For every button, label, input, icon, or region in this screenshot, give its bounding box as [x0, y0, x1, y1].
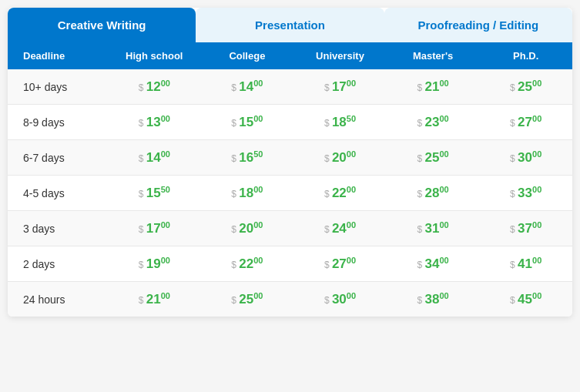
- price-main: 17: [146, 221, 161, 236]
- dollar-sign: $: [231, 260, 239, 270]
- price-cell: $ 1700: [108, 211, 201, 246]
- price-cell: $ 3000: [479, 140, 572, 175]
- price-cell: $ 1550: [108, 176, 201, 210]
- price-main: 22: [239, 256, 253, 271]
- price-cents: 00: [532, 291, 541, 300]
- price-cents: 00: [532, 185, 541, 194]
- price-cents: 00: [161, 220, 170, 230]
- price-cell: $ 2100: [387, 69, 480, 104]
- price-cents: 00: [439, 256, 448, 265]
- price-cents: 00: [532, 256, 541, 265]
- price-cents: 00: [161, 114, 170, 123]
- dollar-sign: $: [417, 153, 425, 164]
- dollar-sign: $: [231, 82, 239, 93]
- price-cell: $ 1850: [293, 105, 387, 139]
- price-main: 20: [239, 221, 253, 236]
- dollar-sign: $: [324, 118, 332, 129]
- price-cell: $ 2100: [108, 282, 201, 317]
- deadline-cell: 3 days: [8, 213, 108, 244]
- dollar-sign: $: [510, 224, 518, 235]
- price-cell: $ 2500: [479, 69, 572, 104]
- price-main: 34: [425, 256, 440, 271]
- col-highschool: High school: [108, 42, 201, 69]
- price-main: 30: [332, 292, 347, 307]
- dollar-sign: $: [139, 153, 146, 164]
- dollar-sign: $: [417, 260, 425, 270]
- dollar-sign: $: [510, 260, 518, 270]
- price-cents: 00: [532, 79, 541, 88]
- price-main: 17: [332, 79, 347, 94]
- dollar-sign: $: [510, 189, 518, 199]
- price-cents: 00: [253, 114, 263, 123]
- tab-proofreading[interactable]: Proofreading / Editing: [384, 8, 572, 42]
- dollar-sign: $: [139, 189, 146, 199]
- price-main: 15: [239, 115, 253, 129]
- dollar-sign: $: [417, 224, 425, 235]
- price-main: 22: [332, 186, 347, 200]
- price-cell: $ 3000: [293, 282, 387, 317]
- dollar-sign: $: [231, 118, 239, 129]
- price-cents: 00: [347, 185, 356, 194]
- price-cell: $ 1900: [108, 246, 201, 281]
- price-cell: $ 1400: [108, 140, 201, 175]
- price-cell: $ 1500: [201, 105, 294, 139]
- price-cell: $ 2200: [293, 176, 387, 210]
- price-cents: 00: [253, 291, 263, 300]
- dollar-sign: $: [324, 295, 332, 306]
- deadline-cell: 24 hours: [8, 284, 108, 315]
- price-cents: 50: [347, 114, 356, 123]
- tab-creative-writing[interactable]: Creative Writing: [8, 8, 196, 42]
- table-row[interactable]: 4-5 days$ 1550$ 1800$ 2200$ 2800$ 3300: [8, 176, 572, 211]
- table-row[interactable]: 2 days$ 1900$ 2200$ 2700$ 3400$ 4100: [8, 246, 572, 282]
- price-cents: 00: [253, 220, 263, 230]
- price-cell: $ 2400: [293, 211, 387, 246]
- dollar-sign: $: [510, 82, 518, 93]
- col-deadline: Deadline: [8, 42, 108, 69]
- table-row[interactable]: 24 hours$ 2100$ 2500$ 3000$ 3800$ 4500: [8, 282, 572, 317]
- price-cents: 00: [439, 185, 448, 194]
- price-cell: $ 3100: [387, 211, 480, 246]
- price-main: 18: [239, 186, 253, 200]
- price-cell: $ 3800: [387, 282, 480, 317]
- price-main: 21: [425, 79, 440, 94]
- dollar-sign: $: [231, 224, 239, 235]
- price-main: 14: [146, 150, 161, 165]
- price-main: 18: [332, 115, 347, 129]
- price-main: 20: [332, 150, 347, 165]
- table-row[interactable]: 6-7 days$ 1400$ 1650$ 2000$ 2500$ 3000: [8, 140, 572, 176]
- price-cents: 00: [347, 256, 356, 265]
- price-cell: $ 3700: [479, 211, 572, 246]
- price-cents: 00: [161, 149, 170, 159]
- price-cents: 00: [439, 114, 448, 123]
- dollar-sign: $: [231, 295, 239, 306]
- price-cents: 00: [439, 79, 448, 88]
- price-cents: 00: [532, 220, 541, 230]
- price-cell: $ 2700: [479, 105, 572, 139]
- col-university: University: [293, 42, 387, 69]
- price-cell: $ 2200: [201, 246, 294, 281]
- dollar-sign: $: [510, 118, 518, 129]
- price-main: 15: [146, 186, 161, 200]
- price-main: 24: [332, 221, 347, 236]
- tabs-container: Creative Writing Presentation Proofreadi…: [8, 8, 572, 42]
- table-row[interactable]: 3 days$ 1700$ 2000$ 2400$ 3100$ 3700: [8, 211, 572, 246]
- price-main: 25: [239, 292, 253, 307]
- dollar-sign: $: [231, 153, 239, 164]
- price-cents: 50: [161, 185, 170, 194]
- price-main: 45: [518, 292, 532, 307]
- price-cell: $ 1400: [201, 69, 294, 104]
- price-cents: 00: [347, 149, 356, 159]
- table-row[interactable]: 10+ days$ 1200$ 1400$ 1700$ 2100$ 2500: [8, 69, 572, 105]
- dollar-sign: $: [324, 224, 332, 235]
- dollar-sign: $: [417, 189, 425, 199]
- tab-presentation[interactable]: Presentation: [196, 8, 384, 42]
- price-cell: $ 3400: [387, 246, 480, 281]
- price-cents: 00: [253, 185, 263, 194]
- price-main: 38: [425, 292, 440, 307]
- table-row[interactable]: 8-9 days$ 1300$ 1500$ 1850$ 2300$ 2700: [8, 105, 572, 140]
- dollar-sign: $: [139, 295, 146, 306]
- price-main: 27: [332, 256, 347, 271]
- dollar-sign: $: [231, 189, 239, 199]
- price-cents: 00: [532, 149, 541, 159]
- price-main: 25: [425, 150, 440, 165]
